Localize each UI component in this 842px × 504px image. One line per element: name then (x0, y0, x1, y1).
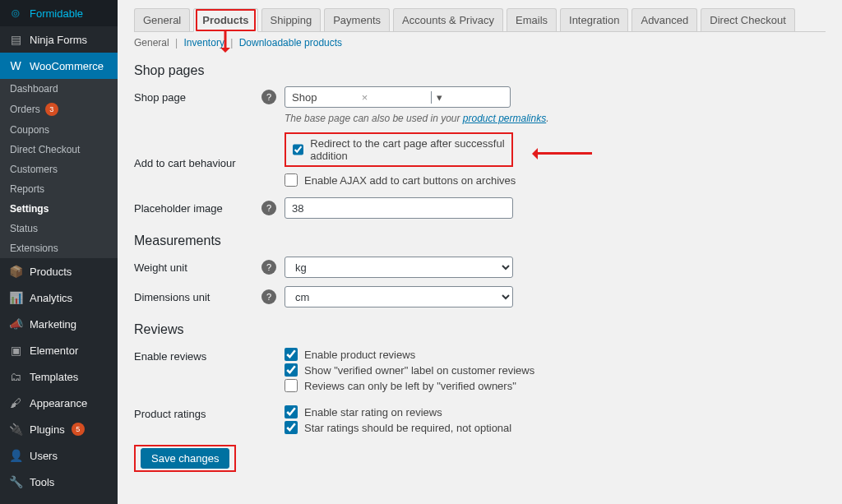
tab-accounts-privacy[interactable]: Accounts & Privacy (393, 8, 503, 31)
subnav-downloadable[interactable]: Downloadable products (239, 37, 342, 49)
enable-product-reviews-checkbox[interactable] (285, 348, 298, 361)
sidebar-item-woocommerce[interactable]: W WooCommerce (0, 53, 118, 79)
chevron-down-icon[interactable]: ▾ (431, 91, 507, 104)
menu-icon: 📊 (8, 290, 23, 305)
annotation-arrow (534, 152, 592, 155)
submenu-customers[interactable]: Customers (0, 160, 118, 179)
sidebar-submenu: DashboardOrders3CouponsDirect CheckoutCu… (0, 79, 118, 258)
subnav-general[interactable]: General (134, 37, 169, 49)
menu-icon: 📦 (8, 264, 23, 279)
menu-icon: 🔌 (8, 422, 23, 437)
subnav-inventory[interactable]: Inventory (184, 37, 224, 49)
tab-advanced[interactable]: Advanced (632, 8, 697, 31)
tab-general[interactable]: General (134, 8, 190, 31)
sidebar-item-analytics[interactable]: 📊Analytics (0, 284, 118, 311)
redirect-label: Redirect to the cart page after successf… (310, 137, 505, 162)
enable-star-rating-checkbox[interactable] (285, 405, 298, 418)
help-icon[interactable]: ? (261, 260, 276, 275)
sidebar-item-appearance[interactable]: 🖌Appearance (0, 390, 118, 416)
verified-owners-only-checkbox[interactable] (285, 379, 298, 392)
help-icon[interactable]: ? (261, 90, 276, 104)
enable-reviews-label: Enable reviews (134, 345, 261, 363)
admin-sidebar: ⊚Formidable▤Ninja Forms W WooCommerce Da… (0, 0, 118, 504)
product-permalinks-link[interactable]: product permalinks (463, 113, 546, 124)
sidebar-item-plugins[interactable]: 🔌Plugins 5 (0, 416, 118, 442)
main-content: GeneralProductsShippingPaymentsAccounts … (118, 0, 842, 504)
tab-emails[interactable]: Emails (507, 8, 557, 31)
submenu-settings[interactable]: Settings (0, 199, 118, 219)
sidebar-item-marketing[interactable]: 📣Marketing (0, 311, 118, 337)
clear-icon[interactable]: × (357, 91, 432, 104)
menu-icon: ▣ (8, 343, 23, 358)
shop-page-select[interactable]: Shop × ▾ (285, 86, 511, 108)
help-icon[interactable]: ? (261, 289, 276, 304)
submenu-coupons[interactable]: Coupons (0, 120, 118, 140)
sidebar-item-templates[interactable]: 🗂Templates (0, 363, 118, 390)
weight-unit-select[interactable]: kg (285, 257, 513, 278)
menu-icon: 🔧 (8, 474, 23, 489)
section-shop-pages: Shop pages (134, 63, 826, 78)
shop-hint: The base page can also be used in your p… (285, 113, 549, 124)
sidebar-item-elementor[interactable]: ▣Elementor (0, 337, 118, 363)
menu-icon: 🖌 (8, 395, 23, 410)
help-icon[interactable]: ? (261, 201, 276, 215)
badge: 5 (72, 423, 85, 436)
sidebar-item-ninja-forms[interactable]: ▤Ninja Forms (0, 26, 118, 53)
submenu-extensions[interactable]: Extensions (0, 238, 118, 258)
tab-shipping[interactable]: Shipping (261, 8, 322, 31)
placeholder-image-label: Placeholder image (134, 197, 261, 215)
tab-products[interactable]: Products (193, 8, 257, 32)
star-ratings-required-checkbox[interactable] (285, 421, 298, 434)
sidebar-item-products[interactable]: 📦Products (0, 258, 118, 284)
redirect-checkbox[interactable] (293, 143, 303, 156)
sidebar-label: WooCommerce (30, 60, 104, 72)
tab-integration[interactable]: Integration (560, 8, 628, 31)
placeholder-image-input[interactable] (285, 197, 513, 219)
woocommerce-icon: W (8, 58, 23, 73)
weight-unit-label: Weight unit (134, 257, 261, 274)
section-measurements: Measurements (134, 234, 826, 248)
menu-icon: ⊚ (8, 6, 23, 21)
menu-icon: 🗂 (8, 369, 23, 384)
submenu-status[interactable]: Status (0, 219, 118, 238)
dimensions-unit-select[interactable]: cm (285, 286, 513, 307)
sidebar-item-settings[interactable]: ▦Settings (0, 495, 118, 504)
section-reviews: Reviews (134, 322, 826, 337)
menu-icon: ▤ (8, 32, 23, 47)
tab-direct-checkout[interactable]: Direct Checkout (701, 8, 794, 31)
dimensions-unit-label: Dimensions unit (134, 286, 261, 303)
product-ratings-label: Product ratings (134, 403, 261, 420)
submenu-dashboard[interactable]: Dashboard (0, 79, 118, 99)
submenu-direct-checkout[interactable]: Direct Checkout (0, 140, 118, 160)
menu-icon: ▦ (8, 501, 23, 504)
ajax-checkbox[interactable] (285, 173, 298, 187)
tab-payments[interactable]: Payments (324, 8, 390, 31)
sidebar-item-tools[interactable]: 🔧Tools (0, 469, 118, 495)
settings-tabs: GeneralProductsShippingPaymentsAccounts … (134, 8, 826, 32)
submenu-orders[interactable]: Orders3 (0, 99, 118, 120)
menu-icon: 📣 (8, 317, 23, 331)
subnav: General | Inventory | Downloadable produ… (134, 37, 826, 49)
sidebar-item-formidable[interactable]: ⊚Formidable (0, 0, 118, 26)
ajax-label: Enable AJAX add to cart buttons on archi… (304, 174, 516, 187)
sidebar-item-users[interactable]: 👤Users (0, 442, 118, 469)
add-to-cart-label: Add to cart behaviour (134, 152, 261, 169)
verified-owner-label-checkbox[interactable] (285, 363, 298, 377)
badge: 3 (45, 103, 58, 116)
save-changes-button[interactable]: Save changes (141, 448, 229, 469)
menu-icon: 👤 (8, 448, 23, 463)
shop-page-label: Shop page (134, 86, 261, 104)
submenu-reports[interactable]: Reports (0, 179, 118, 199)
